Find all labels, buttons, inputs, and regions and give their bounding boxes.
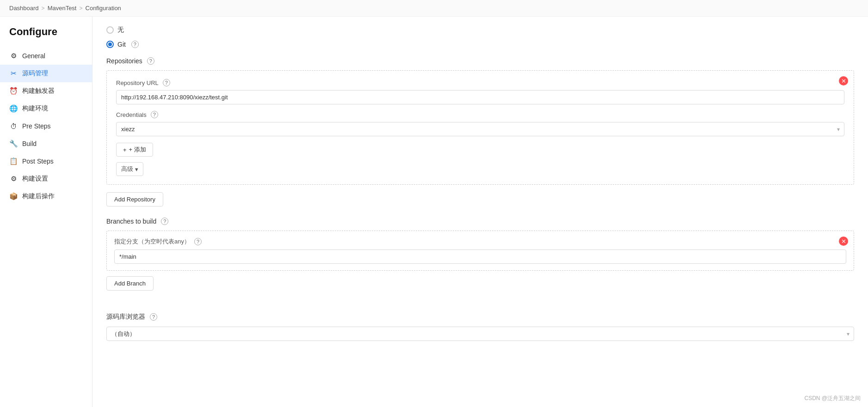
branch-specifier-input[interactable] — [114, 249, 846, 264]
browser-select-wrapper: （自动） ▾ — [106, 327, 854, 341]
radio-git[interactable]: Git ? — [106, 41, 854, 48]
credentials-label: Credentials ? — [116, 111, 844, 118]
post-build-icon: 📦 — [9, 192, 18, 200]
source-icon: ✂ — [9, 69, 18, 78]
sidebar-title: Configure — [0, 26, 92, 47]
browser-label: 源码库浏览器 ? — [106, 313, 854, 321]
sidebar-item-pre-steps[interactable]: ⏱ Pre Steps — [0, 117, 92, 135]
sidebar-item-label: 构建后操作 — [22, 192, 55, 200]
watermark: CSDN @泛舟五湖之间 — [804, 395, 861, 402]
breadcrumb-maventest[interactable]: MavenTest — [48, 5, 77, 12]
add-credentials-button[interactable]: + + 添加 — [116, 143, 153, 157]
repositories-help-icon[interactable]: ? — [147, 57, 154, 65]
settings-icon: ⚙ — [9, 175, 18, 183]
sidebar-item-label: General — [22, 52, 45, 60]
sidebar-item-post-build[interactable]: 📦 构建后操作 — [0, 188, 92, 205]
sidebar: Configure ⚙ General ✂ 源码管理 ⏰ 构建触发器 🌐 构建环… — [0, 17, 92, 407]
add-credentials-label: + 添加 — [129, 146, 146, 154]
browser-label-text: 源码库浏览器 — [106, 313, 145, 321]
sidebar-item-label: 源码管理 — [22, 69, 48, 78]
post-steps-icon: 📋 — [9, 157, 18, 165]
sidebar-item-label: Build — [22, 140, 37, 147]
add-repository-label: Add Repository — [114, 196, 155, 203]
advanced-label: 高级 — [121, 165, 133, 173]
breadcrumb: Dashboard > MavenTest > Configuration — [0, 0, 868, 17]
branches-section: Branches to build ? ✕ 指定分支（为空时代表any） ? A… — [106, 218, 854, 302]
remove-repository-button[interactable]: ✕ — [839, 76, 848, 85]
breadcrumb-dashboard[interactable]: Dashboard — [9, 5, 39, 12]
pre-steps-icon: ⏱ — [9, 122, 18, 130]
scm-radio-group: 无 Git ? — [106, 26, 854, 48]
add-branch-label: Add Branch — [114, 280, 146, 287]
breadcrumb-sep-2: > — [80, 5, 83, 12]
add-branch-button[interactable]: Add Branch — [106, 276, 154, 291]
branches-label: Branches to build ? — [106, 218, 854, 225]
radio-git-circle — [106, 41, 114, 48]
build-icon: 🔧 — [9, 140, 18, 148]
general-icon: ⚙ — [9, 52, 18, 60]
browser-section: 源码库浏览器 ? （自动） ▾ — [106, 313, 854, 341]
git-help-icon[interactable]: ? — [131, 41, 139, 48]
add-repository-button[interactable]: Add Repository — [106, 192, 163, 207]
add-credentials-plus-icon: + — [123, 146, 127, 153]
breadcrumb-sep-1: > — [42, 5, 45, 12]
sidebar-item-trigger[interactable]: ⏰ 构建触发器 — [0, 82, 92, 100]
sidebar-item-label: 构建设置 — [22, 175, 48, 183]
radio-none-circle — [106, 26, 114, 34]
credentials-label-text: Credentials — [116, 111, 147, 118]
sidebar-item-label: Pre Steps — [22, 122, 50, 130]
repository-card: ✕ Repository URL ? Credentials ? xiezz ▾… — [106, 70, 854, 185]
main-content: 无 Git ? Repositories ? ✕ Repository URL … — [92, 17, 868, 407]
browser-select[interactable]: （自动） — [106, 327, 854, 341]
branch-specifier-label-text: 指定分支（为空时代表any） — [114, 237, 190, 246]
repositories-label-text: Repositories — [106, 57, 142, 65]
advanced-button[interactable]: 高级 ▾ — [116, 162, 143, 176]
sidebar-item-label: Post Steps — [22, 158, 54, 165]
radio-git-label: Git — [117, 41, 126, 48]
browser-help-icon[interactable]: ? — [150, 313, 157, 321]
env-icon: 🌐 — [9, 104, 18, 113]
sidebar-item-label: 构建触发器 — [22, 87, 55, 95]
breadcrumb-current: Configuration — [86, 5, 121, 12]
radio-none[interactable]: 无 — [106, 26, 854, 34]
repositories-label: Repositories ? — [106, 57, 854, 65]
repo-url-label-text: Repository URL — [116, 79, 159, 86]
sidebar-item-settings[interactable]: ⚙ 构建设置 — [0, 170, 92, 188]
sidebar-item-env[interactable]: 🌐 构建环境 — [0, 100, 92, 117]
repo-url-label: Repository URL ? — [116, 79, 844, 86]
repo-url-input[interactable] — [116, 90, 844, 104]
branch-specifier-label: 指定分支（为空时代表any） ? — [114, 237, 846, 246]
credentials-help-icon[interactable]: ? — [151, 111, 158, 118]
repo-url-help-icon[interactable]: ? — [163, 79, 170, 86]
sidebar-item-general[interactable]: ⚙ General — [0, 47, 92, 65]
branch-specifier-help-icon[interactable]: ? — [194, 238, 202, 245]
trigger-icon: ⏰ — [9, 87, 18, 95]
advanced-chevron-icon: ▾ — [135, 166, 138, 173]
sidebar-item-label: 构建环境 — [22, 104, 48, 113]
branch-card: ✕ 指定分支（为空时代表any） ? — [106, 231, 854, 271]
credentials-select[interactable]: xiezz — [116, 122, 844, 136]
sidebar-item-source[interactable]: ✂ 源码管理 — [0, 65, 92, 82]
branches-label-text: Branches to build — [106, 218, 156, 225]
branches-help-icon[interactable]: ? — [161, 218, 168, 225]
credentials-select-wrapper: xiezz ▾ — [116, 122, 844, 136]
sidebar-item-build[interactable]: 🔧 Build — [0, 135, 92, 152]
radio-none-label: 无 — [117, 26, 124, 34]
remove-branch-button[interactable]: ✕ — [839, 237, 848, 246]
sidebar-item-post-steps[interactable]: 📋 Post Steps — [0, 152, 92, 170]
